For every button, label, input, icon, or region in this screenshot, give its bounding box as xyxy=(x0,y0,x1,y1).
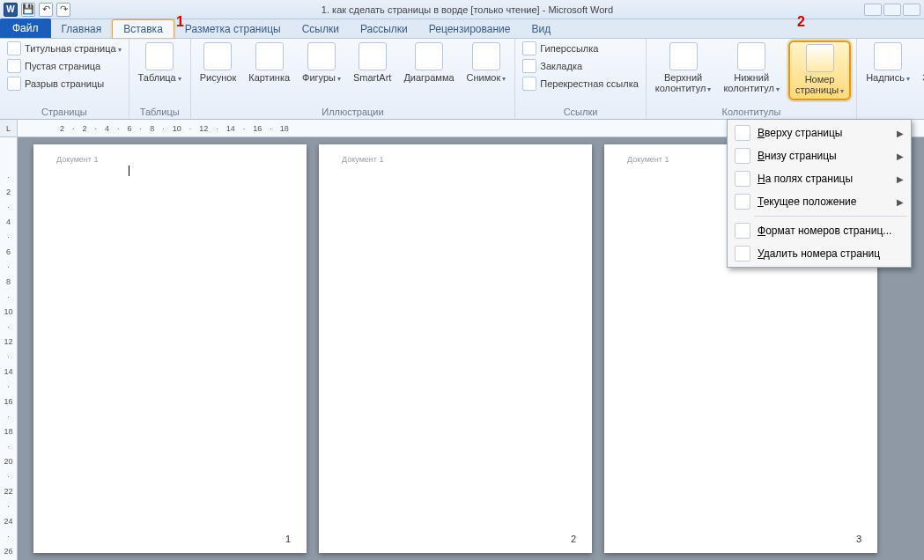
textbox-icon xyxy=(874,42,902,70)
title-bar: W 💾 ↶ ↷ 1. как сделать страницы в ворде … xyxy=(0,0,924,19)
ruler-tick: 2 xyxy=(6,188,11,196)
ruler-tick: 14 xyxy=(226,124,235,133)
bookmark-icon xyxy=(522,59,536,73)
callout-1: 1 xyxy=(176,14,184,30)
footer-button[interactable]: Нижний колонтитул xyxy=(720,41,783,97)
ruler-tick: · xyxy=(243,124,246,133)
crossref-button[interactable]: Перекрестная ссылка xyxy=(521,76,640,92)
menu-item-label: Внизу страницы xyxy=(758,150,837,162)
ruler-tick: 4 xyxy=(6,217,11,226)
tab-insert[interactable]: Вставка xyxy=(112,19,174,38)
ruler-tick: · xyxy=(117,124,120,133)
ruler-tick: · xyxy=(7,262,10,271)
menu-separator xyxy=(754,216,907,217)
ruler-tick: · xyxy=(7,382,10,391)
quickparts-button[interactable]: Экспресс-блоки xyxy=(919,41,924,97)
ruler-tick: 14 xyxy=(4,367,12,376)
cover-page-icon xyxy=(7,41,21,55)
ruler-tick: · xyxy=(72,124,75,133)
shapes-button[interactable]: Фигуры xyxy=(299,41,344,86)
ruler-tick: 12 xyxy=(199,124,208,133)
ruler-tick: · xyxy=(189,124,192,133)
chart-button[interactable]: Диаграмма xyxy=(400,41,457,85)
tab-pagelayout[interactable]: Разметка страницы xyxy=(174,20,292,38)
tab-references[interactable]: Ссылки xyxy=(292,20,350,38)
menu-item-label: Текущее положение xyxy=(758,195,856,208)
textbox-button[interactable]: Надпись xyxy=(862,41,913,86)
bookmark-button[interactable]: Закладка xyxy=(521,58,640,74)
ruler-tick: 10 xyxy=(173,124,181,133)
ruler-tick: 16 xyxy=(4,397,12,406)
page-break-button[interactable]: Разрыв страницы xyxy=(5,76,123,92)
menu-item[interactable]: Внизу страницы▶ xyxy=(728,144,911,167)
screenshot-button[interactable]: Снимок xyxy=(463,41,510,86)
redo-icon[interactable]: ↷ xyxy=(56,3,70,17)
ruler-tick: · xyxy=(270,124,272,133)
group-label-links: Ссылки xyxy=(521,107,640,119)
footer-icon xyxy=(737,42,765,70)
ruler-tick: 2 xyxy=(60,124,64,133)
quick-access-toolbar: W 💾 ↶ ↷ xyxy=(0,3,70,17)
picture-button[interactable]: Рисунок xyxy=(196,41,240,85)
submenu-arrow-icon: ▶ xyxy=(897,174,904,184)
table-icon xyxy=(145,42,174,70)
screenshot-icon xyxy=(472,42,500,70)
ruler-tick: · xyxy=(95,124,98,133)
close-button[interactable] xyxy=(903,4,920,16)
maximize-button[interactable] xyxy=(883,4,901,16)
page-number: 2 xyxy=(571,534,576,544)
hyperlink-icon xyxy=(522,41,536,55)
ruler-tick: · xyxy=(7,412,10,421)
menu-item[interactable]: Формат номеров страниц... xyxy=(728,219,911,242)
tab-file[interactable]: Файл xyxy=(0,18,51,38)
page-break-icon xyxy=(7,77,21,91)
menu-item[interactable]: На полях страницы▶ xyxy=(728,167,911,190)
page-number-button[interactable]: Номер страницы xyxy=(788,41,851,100)
ruler-tick: · xyxy=(7,532,10,541)
vertical-ruler[interactable]: ·2·4·6·8·10·12·14·16·18·20·22·24·26 xyxy=(0,137,18,560)
ruler-tick: 4 xyxy=(105,124,109,133)
page-number: 3 xyxy=(856,534,861,544)
doc-name: Документ 1 xyxy=(56,155,98,164)
page[interactable]: Документ 12 xyxy=(319,144,592,553)
page-number-menu: Вверху страницы▶Внизу страницы▶На полях … xyxy=(727,119,912,268)
group-text: Надпись Экспресс-блоки W xyxy=(857,39,924,119)
menu-item[interactable]: Удалить номера страниц xyxy=(728,242,911,265)
chart-icon xyxy=(415,42,443,70)
ruler-tick: 18 xyxy=(4,427,12,436)
word-icon: W xyxy=(4,3,18,17)
doc-name: Документ 1 xyxy=(627,155,669,164)
minimize-button[interactable] xyxy=(864,4,882,16)
menu-item-label: На полях страницы xyxy=(758,173,853,185)
smartart-button[interactable]: SmartArt xyxy=(350,41,395,85)
save-icon[interactable]: 💾 xyxy=(21,3,35,17)
group-pages: Титульная страница Пустая страница Разры… xyxy=(0,39,129,119)
ruler-tick: 26 xyxy=(4,547,12,556)
ruler-tick: 22 xyxy=(4,487,12,496)
page[interactable]: Документ 11 xyxy=(33,144,307,553)
menu-item[interactable]: Текущее положение▶ xyxy=(728,190,911,213)
group-label-illustrations: Иллюстрации xyxy=(196,107,510,119)
ruler-corner[interactable]: L xyxy=(0,120,18,137)
cover-page-button[interactable]: Титульная страница xyxy=(5,41,123,56)
undo-icon[interactable]: ↶ xyxy=(39,3,53,17)
tab-mailings[interactable]: Рассылки xyxy=(350,20,418,38)
group-links: Гиперссылка Закладка Перекрестная ссылка… xyxy=(515,39,647,119)
menu-item[interactable]: Вверху страницы▶ xyxy=(728,122,911,144)
table-button[interactable]: Таблица xyxy=(135,41,185,86)
text-cursor xyxy=(129,166,129,176)
tab-review[interactable]: Рецензирование xyxy=(418,20,521,38)
ruler-tick: 10 xyxy=(4,307,12,316)
menu-item-label: Удалить номера страниц xyxy=(758,247,880,260)
tab-home[interactable]: Главная xyxy=(51,20,113,38)
group-tables: Таблица Таблицы xyxy=(129,39,191,119)
ruler-tick: 6 xyxy=(6,247,11,256)
header-button[interactable]: Верхний колонтитул xyxy=(652,41,715,97)
hyperlink-button[interactable]: Гиперссылка xyxy=(521,41,640,56)
ruler-tick: 18 xyxy=(280,124,289,133)
tab-view[interactable]: Вид xyxy=(521,20,561,38)
blank-page-button[interactable]: Пустая страница xyxy=(5,58,123,74)
clipart-button[interactable]: Картинка xyxy=(245,41,293,85)
smartart-icon xyxy=(359,42,387,70)
shapes-icon xyxy=(307,42,336,70)
